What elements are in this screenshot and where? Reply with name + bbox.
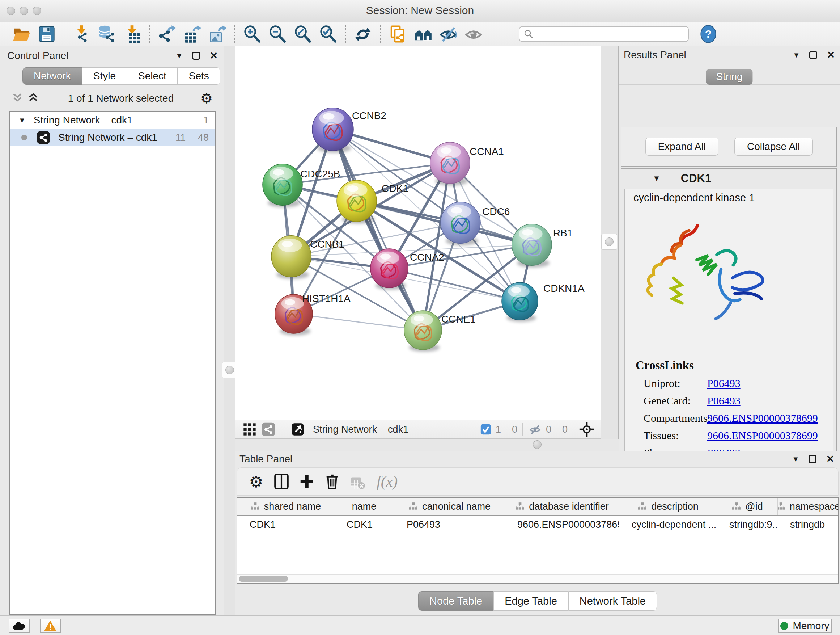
network-node-CCNA2[interactable] xyxy=(370,249,408,290)
column-header-shared-name[interactable]: shared name xyxy=(237,498,334,515)
tab-edge-table[interactable]: Edge Table xyxy=(493,591,568,611)
warning-status-button[interactable] xyxy=(40,619,61,633)
import-table-icon[interactable] xyxy=(123,25,141,43)
edge-CCNA2-CDKN1A[interactable] xyxy=(389,268,520,301)
column-header-database-identifier[interactable]: database identifier xyxy=(505,498,619,515)
float-menu-icon[interactable]: ▼ xyxy=(793,51,800,59)
string-badge-gray-icon[interactable] xyxy=(261,422,276,437)
grid-view-icon[interactable] xyxy=(242,422,257,437)
left-splitter[interactable] xyxy=(224,46,235,616)
node-label-CCNE1: CCNE1 xyxy=(441,314,476,325)
table-cell[interactable]: CDK1 xyxy=(334,516,394,533)
network-node-CDKN1A[interactable] xyxy=(502,282,538,322)
open-folder-icon[interactable] xyxy=(12,25,31,43)
scrollbar-thumb[interactable] xyxy=(239,576,288,582)
column-type-icon xyxy=(409,502,418,511)
float-panel-icon[interactable] xyxy=(809,51,817,59)
network-node-CCNA1[interactable] xyxy=(430,142,470,186)
add-column-icon[interactable] xyxy=(297,472,317,491)
delete-column-icon[interactable] xyxy=(322,472,342,491)
network-node-CCNE1[interactable] xyxy=(404,310,442,352)
export-table-icon[interactable] xyxy=(183,25,202,43)
network-canvas[interactable]: CCNB2 CCNA1 CDC25B CDK1 xyxy=(235,46,600,420)
edge-HIST1H1A-CCNE1[interactable] xyxy=(294,314,423,330)
hide-selected-eye-icon[interactable] xyxy=(439,25,458,43)
right-splitter-handle[interactable] xyxy=(601,234,617,250)
hidden-eye-icon xyxy=(528,423,542,435)
search-input[interactable] xyxy=(519,26,689,42)
collection-expand-icon[interactable]: ▼ xyxy=(19,116,26,125)
network-row[interactable]: String Network – cdk1 11 48 xyxy=(10,129,215,146)
right-splitter[interactable] xyxy=(600,46,619,451)
column-header-canonical-name[interactable]: canonical name xyxy=(394,498,505,515)
cloud-status-button[interactable] xyxy=(9,619,30,633)
export-image-icon[interactable] xyxy=(208,25,227,43)
table-cell[interactable]: cyclin-dependent ... xyxy=(619,516,717,533)
collapse-all-networks-icon[interactable] xyxy=(11,91,41,106)
table-cell[interactable]: stringdb xyxy=(778,516,838,533)
close-panel-icon[interactable]: ✕ xyxy=(210,51,218,61)
table-cell[interactable]: stringdb:9... xyxy=(717,516,778,533)
crosslink-link[interactable]: P06493 xyxy=(707,377,741,390)
float-panel-icon[interactable] xyxy=(192,52,200,60)
table-cell[interactable]: 9606.ENSP00000378699 xyxy=(505,516,619,533)
tab-string[interactable]: String xyxy=(706,69,752,85)
network-node-CDK1[interactable] xyxy=(337,180,377,224)
tab-network-table[interactable]: Network Table xyxy=(568,591,657,611)
results-panel-body: Expand All Collapse All ▼ CDK1 cyclin-de… xyxy=(619,84,840,451)
tab-network[interactable]: Network xyxy=(22,67,82,85)
table-options-gear-icon[interactable]: ⚙ xyxy=(246,472,266,491)
column-header-description[interactable]: description xyxy=(619,498,717,515)
expand-all-button[interactable]: Expand All xyxy=(645,138,718,156)
close-panel-icon[interactable]: ✕ xyxy=(826,454,834,464)
collection-label: String Network – cdk1 xyxy=(34,114,203,126)
column-header-namespace[interactable]: namespace xyxy=(778,498,838,515)
column-header--id[interactable]: @id xyxy=(717,498,778,515)
detach-view-icon[interactable] xyxy=(291,422,305,437)
tab-select[interactable]: Select xyxy=(127,67,178,85)
network-collection-row[interactable]: ▼ String Network – cdk1 1 xyxy=(10,111,215,129)
save-floppy-icon[interactable] xyxy=(37,25,56,43)
table-cell[interactable]: P06493 xyxy=(394,516,505,533)
tab-node-table[interactable]: Node Table xyxy=(418,591,493,611)
zoom-out-icon[interactable] xyxy=(268,25,287,43)
zoom-in-icon[interactable] xyxy=(243,25,262,43)
import-database-icon[interactable] xyxy=(97,25,116,43)
column-selector-icon[interactable] xyxy=(272,472,291,491)
network-options-gear-icon[interactable]: ⚙ xyxy=(201,92,213,105)
float-menu-icon[interactable]: ▼ xyxy=(792,455,799,463)
table-horizontal-scrollbar[interactable] xyxy=(237,574,838,583)
duplicate-network-icon[interactable] xyxy=(388,25,407,43)
network-node-RB1[interactable] xyxy=(512,224,552,268)
tab-style[interactable]: Style xyxy=(82,67,127,85)
zoom-fit-icon[interactable] xyxy=(294,25,312,43)
network-node-CCNB1[interactable] xyxy=(271,236,311,279)
show-all-eye-icon[interactable] xyxy=(464,25,483,43)
network-node-CDC25B[interactable] xyxy=(263,164,302,207)
horizontal-splitter-handle[interactable] xyxy=(533,440,542,449)
crosslink-link[interactable]: 9606.ENSP00000378699 xyxy=(707,429,818,442)
table-row[interactable]: CDK1CDK1P064939606.ENSP00000378699cyclin… xyxy=(237,516,838,533)
birds-eye-view-icon[interactable] xyxy=(579,421,595,437)
first-neighbors-icon[interactable] xyxy=(414,25,432,43)
crosslink-link[interactable]: 9606.ENSP00000378699 xyxy=(707,412,818,424)
float-menu-icon[interactable]: ▼ xyxy=(176,52,183,59)
memory-button[interactable]: Memory xyxy=(778,619,832,633)
crosslink-link[interactable]: P06493 xyxy=(707,394,741,407)
selected-checkbox-icon[interactable] xyxy=(480,423,492,435)
import-network-icon[interactable] xyxy=(72,25,91,43)
float-panel-icon[interactable] xyxy=(808,455,816,463)
node-table[interactable]: shared namenamecanonical namedatabase id… xyxy=(237,497,838,584)
close-panel-icon[interactable]: ✕ xyxy=(827,50,835,60)
column-header-name[interactable]: name xyxy=(334,498,394,515)
network-node-CDC6[interactable] xyxy=(441,202,480,245)
zoom-selected-icon[interactable] xyxy=(319,25,338,43)
export-network-icon[interactable] xyxy=(157,25,176,43)
entry-collapse-icon[interactable]: ▼ xyxy=(653,174,660,183)
tab-sets[interactable]: Sets xyxy=(178,67,220,85)
refresh-layout-icon[interactable] xyxy=(354,25,372,43)
collapse-all-button[interactable]: Collapse All xyxy=(734,138,813,156)
help-icon[interactable]: ? xyxy=(699,25,718,43)
crosslinks-title: CrossLinks xyxy=(636,359,827,372)
table-cell[interactable]: CDK1 xyxy=(237,516,334,533)
